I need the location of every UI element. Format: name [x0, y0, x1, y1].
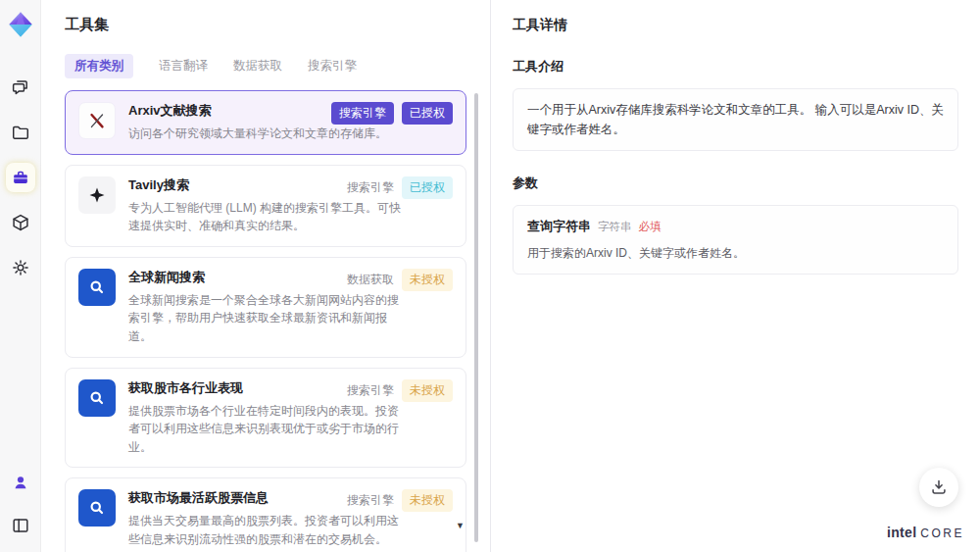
tool-list-pane: 工具集 所有类别 语言翻译 数据获取 搜索引擎 Arxiv文献搜索 访问各个研究… — [41, 0, 490, 552]
parameter-required-flag: 必填 — [639, 220, 662, 234]
arxiv-icon — [86, 110, 108, 131]
tavily-star-icon — [87, 185, 107, 205]
download-button[interactable] — [919, 468, 958, 507]
page-title: 工具集 — [65, 16, 466, 34]
parameter-name: 查询字符串 — [527, 218, 591, 235]
tool-description: 专为人工智能代理 (LLM) 构建的搜索引擎工具。可快速提供实时、准确和真实的结… — [128, 199, 408, 235]
tool-list: Arxiv文献搜索 访问各个研究领域大量科学论文和文章的存储库。 搜索引擎 已授… — [65, 90, 466, 552]
brand-intel-text: intel — [887, 525, 916, 540]
tab-data-fetch[interactable]: 数据获取 — [233, 54, 282, 78]
sidebar — [0, 0, 41, 552]
sidebar-item-tools[interactable] — [6, 163, 35, 192]
panel-layout-icon — [11, 516, 30, 535]
cube-icon — [11, 213, 30, 232]
tool-description: 访问各个研究领域大量科学论文和文章的存储库。 — [128, 125, 408, 143]
detail-title: 工具详情 — [513, 17, 958, 34]
search-magnifier-icon — [87, 277, 107, 297]
tool-card[interactable]: Tavily搜索 专为人工智能代理 (LLM) 构建的搜索引擎工具。可快速提供实… — [65, 165, 466, 247]
category-tabs: 所有类别 语言翻译 数据获取 搜索引擎 — [65, 54, 466, 78]
brand-core-text: CORE — [920, 527, 964, 540]
auth-badge: 未授权 — [402, 379, 453, 402]
intro-text: 一个用于从Arxiv存储库搜索科学论文和文章的工具。 输入可以是Arxiv ID… — [513, 88, 958, 151]
app-window: 工具集 所有类别 语言翻译 数据获取 搜索引擎 Arxiv文献搜索 访问各个研究… — [0, 0, 980, 552]
parameter-description: 用于搜索的Arxiv ID、关键字或作者姓名。 — [527, 245, 944, 262]
sidebar-item-collapse-panel[interactable] — [6, 511, 35, 540]
tab-search-engine[interactable]: 搜索引擎 — [308, 54, 357, 78]
auth-badge: 已授权 — [402, 102, 453, 125]
download-icon — [929, 477, 949, 497]
tool-description: 提供当天交易量最高的股票列表。投资者可以利用这些信息来识别流动性强的股票和潜在的… — [128, 512, 408, 548]
list-scrollbar-thumb[interactable] — [474, 93, 478, 542]
tool-card[interactable]: 全球新闻搜索 全球新闻搜索是一个聚合全球各大新闻网站内容的搜索引擎，帮助用户快速… — [65, 257, 466, 358]
scroll-down-indicator: ▼ — [456, 521, 465, 530]
tool-card[interactable]: 获取股市各行业表现 提供股票市场各个行业在特定时间段内的表现。投资者可以利用这些… — [65, 368, 466, 469]
parameter-type: 字符串 — [598, 220, 632, 234]
tool-description: 全球新闻搜索是一个聚合全球各大新闻网站内容的搜索引擎，帮助用户快速获取全球最新资… — [128, 291, 408, 346]
tool-detail-pane: 工具详情 工具介绍 一个用于从Arxiv存储库搜索科学论文和文章的工具。 输入可… — [490, 0, 980, 552]
auth-badge: 已授权 — [402, 176, 453, 199]
category-badge: 数据获取 — [347, 269, 394, 291]
folder-icon — [11, 123, 30, 142]
app-logo-icon — [6, 10, 35, 39]
auth-badge: 未授权 — [402, 489, 453, 512]
tool-card[interactable]: 获取市场最活跃股票信息 提供当天交易量最高的股票列表。投资者可以利用这些信息来识… — [65, 477, 466, 552]
auth-badge: 未授权 — [402, 269, 453, 291]
sidebar-item-files[interactable] — [6, 118, 35, 147]
params-heading: 参数 — [513, 175, 958, 192]
user-avatar-icon — [11, 473, 30, 492]
category-badge: 搜索引擎 — [347, 379, 394, 402]
category-badge: 搜索引擎 — [347, 176, 394, 199]
sidebar-item-account[interactable] — [6, 468, 35, 497]
sidebar-item-models[interactable] — [6, 208, 35, 237]
chat-icon — [11, 77, 30, 97]
category-badge: 搜索引擎 — [331, 102, 394, 125]
category-badge: 搜索引擎 — [347, 489, 394, 512]
search-magnifier-icon — [87, 388, 107, 408]
intel-core-logo: intel CORE — [887, 525, 964, 540]
tool-card[interactable]: Arxiv文献搜索 访问各个研究领域大量科学论文和文章的存储库。 搜索引擎 已授… — [65, 90, 466, 155]
sidebar-item-settings[interactable] — [6, 253, 35, 282]
tab-language-translation[interactable]: 语言翻译 — [159, 54, 208, 78]
parameter-card: 查询字符串 字符串 必填 用于搜索的Arxiv ID、关键字或作者姓名。 — [513, 205, 958, 275]
gear-icon — [11, 258, 30, 277]
search-magnifier-icon — [87, 498, 107, 518]
intro-heading: 工具介绍 — [513, 58, 958, 75]
sidebar-item-chat[interactable] — [6, 73, 35, 102]
toolbox-icon — [11, 168, 30, 187]
tool-description: 提供股票市场各个行业在特定时间段内的表现。投资者可以利用这些信息来识别表现优于或… — [128, 402, 408, 457]
tab-all-categories[interactable]: 所有类别 — [65, 54, 133, 78]
